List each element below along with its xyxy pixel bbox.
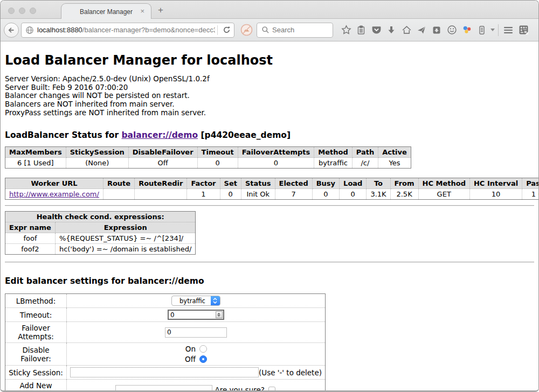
col-to: To xyxy=(367,178,390,189)
url-domain: localhost:8880 xyxy=(37,26,82,34)
navigation-toolbar: localhost:8880/balancer-manager?b=demo&n… xyxy=(1,19,538,41)
back-arrow-icon xyxy=(7,26,16,34)
col-passes: Passes xyxy=(522,178,538,189)
tab-bar: Balancer Manager × + xyxy=(1,1,538,19)
col-busy: Busy xyxy=(312,178,339,189)
notes-extension-icon[interactable] xyxy=(474,23,489,38)
failover-attempts-label: Failover Attempts: xyxy=(5,322,67,343)
off-label: Off xyxy=(185,355,196,363)
cell-stickysession: (None) xyxy=(66,158,128,169)
failover-attempts-input[interactable] xyxy=(165,327,227,338)
balancer-table-header-row: MaxMembers StickySession DisableFailover… xyxy=(5,147,411,158)
col-disablefailover: DisableFailover xyxy=(128,147,197,158)
search-input[interactable] xyxy=(272,26,326,34)
balancer-table-data-row: 6 [1 Used] (None) Off 0 0 bytraffic /c/ … xyxy=(5,158,411,169)
col-worker-url: Worker URL xyxy=(5,178,103,189)
save-page-icon[interactable] xyxy=(429,23,444,38)
colored-dots-extension-icon[interactable] xyxy=(459,23,474,38)
chevron-down-icon[interactable] xyxy=(489,23,496,38)
server-version-line: Server Version: Apache/2.5.0-dev (Unix) … xyxy=(5,75,534,83)
col-method: Method xyxy=(314,147,352,158)
health-table-row-foof: foof %{REQUEST_STATUS} =~ /^[234]/ xyxy=(5,233,196,244)
add-worker-label: Add New Worker: xyxy=(5,380,67,391)
col-set: Set xyxy=(220,178,241,189)
cell-disablefailover: Off xyxy=(128,158,197,169)
col-status: Status xyxy=(241,178,275,189)
col-load: Load xyxy=(340,178,367,189)
cell-routeredir xyxy=(135,189,187,200)
feedback-smiley-icon[interactable] xyxy=(444,23,459,38)
col-failoverattempts: FailoverAttempts xyxy=(238,147,314,158)
zoom-window-button[interactable] xyxy=(30,8,36,14)
status-heading-prefix: LoadBalancer Status for xyxy=(5,130,121,140)
proxypass-notice-line: ProxyPass settings are NOT inherited fro… xyxy=(5,109,534,117)
add-worker-input[interactable] xyxy=(115,385,212,391)
add-worker-row: Add New Worker: Are you sure? xyxy=(5,380,326,391)
on-radio[interactable] xyxy=(199,345,207,353)
number-spinner-icon[interactable] xyxy=(216,311,223,318)
disable-failover-radios: On Off xyxy=(185,345,207,363)
divider xyxy=(5,262,534,263)
cell-to: 3.1K xyxy=(367,189,390,200)
worker-status-table: Worker URL Route RouteRedir Factor Set S… xyxy=(5,178,538,200)
clipboard-icon[interactable] xyxy=(354,23,369,38)
sticky-session-input[interactable] xyxy=(70,367,259,377)
col-expr-name: Expr name xyxy=(5,222,56,233)
search-bar[interactable] xyxy=(257,23,333,38)
back-button[interactable] xyxy=(4,23,19,38)
off-radio[interactable] xyxy=(199,355,207,363)
close-window-button[interactable] xyxy=(8,8,15,14)
health-check-table: Health check cond. expressions: Expr nam… xyxy=(5,211,196,255)
url-path: /balancer-manager?b=demo&nonce=decc37be-… xyxy=(82,26,215,34)
images-blocked-button[interactable] xyxy=(239,23,253,37)
reload-button[interactable] xyxy=(220,24,233,37)
page-title: Load Balancer Manager for localhost xyxy=(5,53,534,68)
timeout-input[interactable] xyxy=(169,311,216,319)
health-table-title-row: Health check cond. expressions: xyxy=(5,212,196,222)
health-table-header-row: Expr name Expression xyxy=(5,222,196,233)
col-hc-interval: HC Interval xyxy=(469,178,522,189)
col-path: Path xyxy=(352,147,378,158)
disable-failover-label: Disable Failover: xyxy=(5,343,67,366)
browser-window: Balancer Manager × + localhost:8880/bala… xyxy=(0,0,539,392)
pocket-button[interactable] xyxy=(369,23,384,38)
edit-balancer-form: LBmethod: bytraffic Timeout: xyxy=(5,293,326,391)
loadbalancer-status-heading: LoadBalancer Status for balancer://demo … xyxy=(5,130,534,140)
col-routeredir: RouteRedir xyxy=(135,178,187,189)
col-route: Route xyxy=(103,178,134,189)
worker-table-header-row: Worker URL Route RouteRedir Factor Set S… xyxy=(5,178,539,189)
menu-hamburger-button[interactable] xyxy=(501,23,516,38)
divider xyxy=(5,205,534,206)
worker-url-link[interactable]: http://www.example.com/ xyxy=(9,190,99,198)
balancer-demo-link[interactable]: balancer://demo xyxy=(121,130,198,140)
screenshot-grid-extension-icon[interactable] xyxy=(516,23,531,38)
tab-balancer-manager[interactable]: Balancer Manager × xyxy=(61,3,151,19)
home-button[interactable] xyxy=(399,23,414,38)
downloads-button[interactable] xyxy=(384,23,399,38)
cell-expr-name: foof xyxy=(5,233,56,244)
col-maxmembers: MaxMembers xyxy=(5,147,66,158)
health-table-row-foof2: foof2 hc('body') =~ /domain is establish… xyxy=(5,244,196,255)
col-factor: Factor xyxy=(187,178,220,189)
send-tab-icon[interactable] xyxy=(414,23,429,38)
are-you-sure-checkbox[interactable] xyxy=(268,387,275,391)
cell-maxmembers: 6 [1 Used] xyxy=(5,158,66,169)
minimize-window-button[interactable] xyxy=(19,8,25,14)
col-timeout: Timeout xyxy=(197,147,238,158)
lbmethod-select[interactable]: bytraffic xyxy=(171,296,220,306)
cell-busy: 0 xyxy=(312,189,339,200)
bookmark-star-button[interactable] xyxy=(338,23,354,38)
cell-hc-method: GET xyxy=(418,189,469,200)
url-text: localhost:8880/balancer-manager?b=demo&n… xyxy=(37,26,215,34)
disable-failover-row: Disable Failover: On Off xyxy=(5,343,326,366)
tab-title: Balancer Manager xyxy=(80,8,133,16)
search-icon xyxy=(261,26,270,34)
new-tab-button[interactable]: + xyxy=(158,5,163,16)
cell-hc-interval: 10 xyxy=(469,189,522,200)
balancer-status-table: MaxMembers StickySession DisableFailover… xyxy=(5,146,411,169)
cell-passes: 1 (0) xyxy=(522,189,538,200)
tab-close-icon[interactable]: × xyxy=(140,8,144,15)
url-bar[interactable]: localhost:8880/balancer-manager?b=demo&n… xyxy=(21,23,234,38)
sticky-session-label: Sticky Session: xyxy=(5,366,67,380)
are-you-sure-label: Are you sure? xyxy=(215,386,265,391)
